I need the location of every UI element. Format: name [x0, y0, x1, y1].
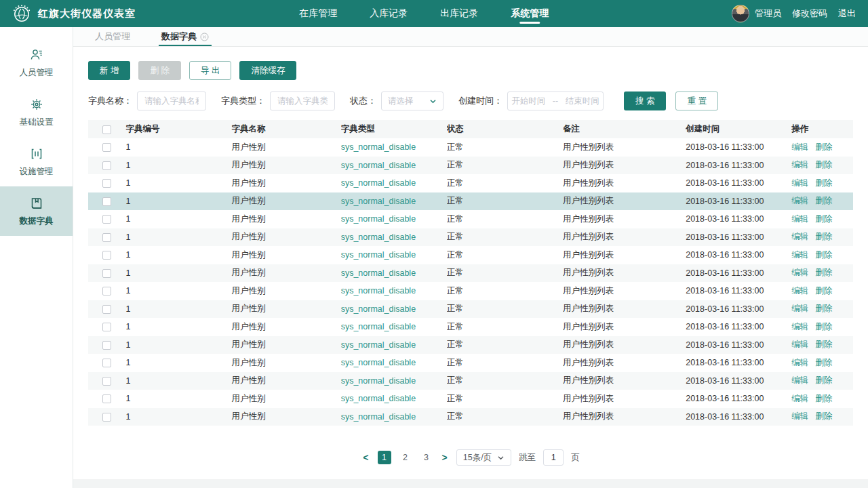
edit-link[interactable]: 编辑: [791, 322, 808, 331]
edit-link[interactable]: 编辑: [791, 340, 808, 349]
edit-link[interactable]: 编辑: [791, 214, 808, 224]
edit-link[interactable]: 编辑: [791, 142, 808, 152]
table-row[interactable]: 1 用户性别 sys_normal_disable 正常 用户性别列表 2018…: [88, 210, 853, 228]
dict-type-link[interactable]: sys_normal_disable: [341, 157, 447, 175]
delete-link[interactable]: 删除: [815, 142, 832, 152]
delete-link[interactable]: 删除: [815, 286, 832, 296]
clear-cache-button[interactable]: 清除缓存: [239, 61, 296, 80]
table-row[interactable]: 1 用户性别 sys_normal_disable 正常 用户性别列表 2018…: [88, 318, 853, 336]
prev-page-arrow[interactable]: <: [361, 452, 370, 463]
nav-item-stock[interactable]: 在库管理: [299, 0, 337, 27]
row-checkbox[interactable]: [102, 233, 111, 242]
edit-link[interactable]: 编辑: [791, 268, 808, 277]
sidebar-item-basic-settings[interactable]: 基础设置: [0, 87, 73, 137]
delete-button[interactable]: 删 除: [138, 61, 180, 80]
dict-type-link[interactable]: sys_normal_disable: [341, 282, 447, 300]
table-row[interactable]: 1 用户性别 sys_normal_disable 正常 用户性别列表 2018…: [88, 264, 853, 283]
delete-link[interactable]: 删除: [815, 214, 832, 224]
nav-item-system[interactable]: 系统管理: [511, 0, 549, 27]
row-checkbox[interactable]: [102, 413, 111, 422]
row-checkbox[interactable]: [102, 287, 111, 296]
edit-link[interactable]: 编辑: [791, 232, 808, 241]
delete-link[interactable]: 删除: [815, 340, 832, 349]
dict-type-input[interactable]: [270, 92, 335, 110]
row-checkbox[interactable]: [102, 251, 111, 260]
edit-link[interactable]: 编辑: [791, 286, 808, 296]
nav-item-outbound[interactable]: 出库记录: [440, 0, 478, 27]
row-checkbox[interactable]: [102, 197, 111, 206]
row-checkbox[interactable]: [102, 161, 111, 170]
row-checkbox[interactable]: [102, 269, 111, 278]
dict-type-link[interactable]: sys_normal_disable: [341, 174, 447, 192]
search-button[interactable]: 搜 索: [624, 92, 666, 110]
table-row[interactable]: 1 用户性别 sys_normal_disable 正常 用户性别列表 2018…: [88, 372, 853, 390]
delete-link[interactable]: 删除: [815, 250, 832, 260]
delete-link[interactable]: 删除: [815, 178, 832, 188]
table-row[interactable]: 1 用户性别 sys_normal_disable 正常 用户性别列表 2018…: [88, 228, 853, 247]
dict-type-link[interactable]: sys_normal_disable: [341, 372, 447, 390]
edit-link[interactable]: 编辑: [791, 358, 808, 367]
table-row[interactable]: 1 用户性别 sys_normal_disable 正常 用户性别列表 2018…: [88, 390, 853, 408]
table-row[interactable]: 1 用户性别 sys_normal_disable 正常 用户性别列表 2018…: [88, 336, 853, 354]
export-button[interactable]: 导 出: [189, 61, 231, 80]
edit-link[interactable]: 编辑: [791, 411, 808, 421]
next-page-arrow[interactable]: >: [441, 452, 449, 463]
reset-button[interactable]: 重 置: [675, 92, 717, 110]
delete-link[interactable]: 删除: [815, 196, 832, 205]
dict-type-link[interactable]: sys_normal_disable: [341, 210, 447, 228]
edit-link[interactable]: 编辑: [791, 394, 808, 403]
dict-type-link[interactable]: sys_normal_disable: [341, 390, 447, 408]
dict-type-link[interactable]: sys_normal_disable: [341, 408, 447, 426]
row-checkbox[interactable]: [102, 215, 111, 224]
edit-link[interactable]: 编辑: [791, 375, 808, 385]
jump-page-input[interactable]: [543, 449, 564, 466]
row-checkbox[interactable]: [102, 305, 111, 314]
delete-link[interactable]: 删除: [815, 358, 832, 367]
edit-link[interactable]: 编辑: [791, 304, 808, 313]
sidebar-item-facility[interactable]: 设施管理: [0, 137, 73, 186]
add-button[interactable]: 新 增: [88, 61, 130, 80]
dict-name-input[interactable]: [137, 92, 206, 110]
row-checkbox[interactable]: [102, 323, 111, 331]
table-row[interactable]: 1 用户性别 sys_normal_disable 正常 用户性别列表 2018…: [88, 174, 853, 192]
table-row[interactable]: 1 用户性别 sys_normal_disable 正常 用户性别列表 2018…: [88, 157, 853, 175]
tab-personnel[interactable]: 人员管理: [95, 27, 130, 46]
page-size-select[interactable]: 15条/页: [456, 449, 511, 466]
row-checkbox[interactable]: [102, 143, 111, 152]
dict-type-link[interactable]: sys_normal_disable: [341, 354, 447, 372]
delete-link[interactable]: 删除: [815, 375, 832, 385]
page-button-2[interactable]: 2: [399, 451, 412, 464]
page-button-1[interactable]: 1: [378, 451, 391, 464]
dict-type-link[interactable]: sys_normal_disable: [341, 228, 447, 247]
row-checkbox[interactable]: [102, 359, 111, 367]
dict-type-link[interactable]: sys_normal_disable: [341, 246, 447, 264]
delete-link[interactable]: 删除: [815, 322, 832, 331]
dict-type-link[interactable]: sys_normal_disable: [341, 336, 447, 354]
dict-type-link[interactable]: sys_normal_disable: [341, 192, 447, 211]
edit-link[interactable]: 编辑: [791, 160, 808, 169]
delete-link[interactable]: 删除: [815, 411, 832, 421]
page-button-3[interactable]: 3: [420, 451, 433, 464]
dict-type-link[interactable]: sys_normal_disable: [341, 138, 447, 157]
table-row[interactable]: 1 用户性别 sys_normal_disable 正常 用户性别列表 2018…: [88, 300, 853, 319]
table-row[interactable]: 1 用户性别 sys_normal_disable 正常 用户性别列表 2018…: [88, 246, 853, 264]
delete-link[interactable]: 删除: [815, 232, 832, 241]
row-checkbox[interactable]: [102, 179, 111, 188]
edit-link[interactable]: 编辑: [791, 250, 808, 260]
delete-link[interactable]: 删除: [815, 268, 832, 277]
status-select[interactable]: 请选择: [381, 92, 443, 110]
table-row[interactable]: 1 用户性别 sys_normal_disable 正常 用户性别列表 2018…: [88, 138, 853, 157]
row-checkbox[interactable]: [102, 394, 111, 403]
delete-link[interactable]: 删除: [815, 394, 832, 403]
delete-link[interactable]: 删除: [815, 160, 832, 169]
delete-link[interactable]: 删除: [815, 304, 832, 313]
dict-type-link[interactable]: sys_normal_disable: [341, 318, 447, 336]
select-all-checkbox[interactable]: [102, 125, 111, 134]
row-checkbox[interactable]: [102, 341, 111, 350]
table-row[interactable]: 1 用户性别 sys_normal_disable 正常 用户性别列表 2018…: [88, 408, 853, 426]
close-icon[interactable]: [200, 33, 209, 41]
user-menu[interactable]: 管理员: [732, 5, 781, 22]
date-range-picker[interactable]: 开始时间 -- 结束时间: [507, 92, 604, 110]
edit-link[interactable]: 编辑: [791, 178, 808, 188]
table-row[interactable]: 1 用户性别 sys_normal_disable 正常 用户性别列表 2018…: [88, 354, 853, 372]
